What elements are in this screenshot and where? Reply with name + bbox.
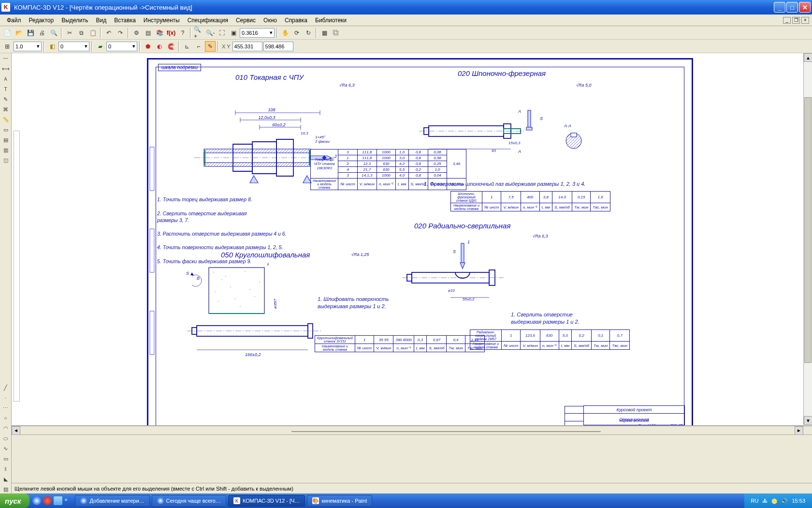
ellipse-icon[interactable]: ⬭: [1, 434, 11, 443]
menu-select[interactable]: Выделить: [58, 15, 92, 25]
undo-icon[interactable]: ↶: [103, 28, 114, 38]
chamfer-icon[interactable]: ◣: [1, 475, 11, 483]
paste-icon[interactable]: 📋: [87, 28, 98, 38]
spline-icon[interactable]: ∿: [1, 444, 11, 453]
refresh-icon[interactable]: ↻: [303, 28, 314, 38]
windows-cascade-icon[interactable]: ⿻: [331, 28, 341, 38]
save-icon[interactable]: 💾: [25, 28, 36, 38]
print-icon[interactable]: 🖨: [37, 28, 47, 38]
zoom-in-icon[interactable]: 🔍+: [193, 28, 204, 38]
tray-shield-icon[interactable]: ⬤: [771, 498, 777, 504]
new-icon[interactable]: 📄: [2, 28, 13, 38]
param-mode-icon[interactable]: ✎: [205, 41, 216, 52]
close-button[interactable]: ✕: [799, 2, 811, 13]
open-icon[interactable]: 📂: [14, 28, 24, 38]
tray-net-icon[interactable]: 🖧: [762, 498, 768, 504]
select-icon[interactable]: ▭: [1, 125, 11, 134]
scroll-down-icon[interactable]: ▼: [804, 416, 812, 425]
redo-icon[interactable]: ↷: [115, 28, 126, 38]
geom-icon[interactable]: 〰: [1, 54, 11, 63]
insert-view-icon[interactable]: ◫: [1, 156, 11, 164]
preview-icon[interactable]: 🔍: [48, 28, 59, 38]
help-icon[interactable]: ?: [177, 28, 188, 38]
scale-field[interactable]: 1.0▾: [14, 42, 42, 51]
menu-help[interactable]: Справка: [281, 15, 311, 25]
ql-explorer-icon[interactable]: »: [64, 496, 73, 505]
tray-vol-icon[interactable]: 🔊: [781, 498, 788, 504]
maximize-button[interactable]: □: [786, 2, 798, 13]
menu-insert[interactable]: Вставка: [110, 15, 140, 25]
step-field[interactable]: 0▾: [58, 42, 89, 51]
menu-service[interactable]: Сервис: [232, 15, 260, 25]
layer-field[interactable]: 0▾: [106, 42, 137, 51]
task-item-1[interactable]: Добавление матери…: [75, 495, 149, 507]
tray-lang[interactable]: RU: [751, 498, 759, 504]
cut-icon[interactable]: ✂: [64, 28, 75, 38]
snap-toggle-icon[interactable]: 🧲: [166, 41, 176, 52]
coord-x[interactable]: 455.331: [232, 42, 262, 51]
hatch-icon[interactable]: ▨: [1, 485, 11, 493]
grid-icon[interactable]: ⊞: [2, 41, 13, 52]
zoom-window-icon[interactable]: ⛶: [217, 28, 227, 38]
mdi-minimize[interactable]: _: [783, 17, 791, 24]
start-button[interactable]: пуск: [0, 493, 29, 508]
vars-icon[interactable]: f(x): [166, 28, 176, 38]
layer-color-icon[interactable]: ▰: [95, 41, 105, 52]
offset-icon[interactable]: ⫴: [1, 464, 11, 473]
zoom-out-icon[interactable]: 🔍-: [205, 28, 216, 38]
doc-tab-panel[interactable]: [14, 131, 20, 402]
aux-line-icon[interactable]: ⋯: [1, 403, 11, 412]
menu-view[interactable]: Вид: [92, 15, 111, 25]
drawing-canvas[interactable]: шкала подрезки 010 Токарная с ЧПУ √Ra 6,…: [12, 53, 812, 426]
text-icon[interactable]: Т: [1, 85, 11, 93]
tray-clock[interactable]: 15:53: [792, 498, 805, 504]
menu-file[interactable]: Файл: [3, 15, 25, 25]
horizontal-scrollbar[interactable]: ◄ ►: [12, 426, 812, 434]
arc-icon[interactable]: ◠: [1, 424, 11, 433]
ortho-icon[interactable]: ⊾: [182, 41, 192, 52]
scroll-up-icon[interactable]: ▲: [804, 53, 812, 62]
layers-icon[interactable]: ▤: [143, 28, 153, 38]
task-item-4[interactable]: 🎨кинематика - Paint: [307, 495, 372, 507]
line-icon[interactable]: ╱: [1, 383, 11, 392]
scroll-left-icon[interactable]: ◄: [12, 426, 20, 435]
menu-tools[interactable]: Инструменты: [140, 15, 184, 25]
pan-icon[interactable]: ✋: [280, 28, 290, 38]
dim-icon[interactable]: ⟷: [1, 64, 11, 73]
windows-tile-icon[interactable]: ▦: [319, 28, 330, 38]
props-icon[interactable]: ⚙: [131, 28, 142, 38]
report-icon[interactable]: ▥: [1, 146, 11, 154]
measure-icon[interactable]: 📏: [1, 115, 11, 124]
minimize-button[interactable]: _: [774, 2, 785, 13]
point-icon[interactable]: ·: [1, 393, 11, 402]
ql-opera-icon[interactable]: [43, 496, 52, 505]
menu-window[interactable]: Окно: [260, 15, 281, 25]
round-icon[interactable]: ⌐: [193, 41, 204, 52]
circle-icon[interactable]: ○: [1, 414, 11, 422]
spec-icon[interactable]: ▤: [1, 135, 11, 144]
menu-editor[interactable]: Редактор: [25, 15, 58, 25]
task-item-2[interactable]: Сегодня чаще всего…: [152, 495, 226, 507]
param-icon[interactable]: ⌘: [1, 105, 11, 114]
menu-libraries[interactable]: Библиотеки: [311, 15, 350, 25]
zoom-fit-icon[interactable]: ▣: [228, 28, 239, 38]
mdi-close[interactable]: ×: [801, 17, 809, 24]
rect-icon[interactable]: ▭: [1, 454, 11, 463]
snap-end-icon[interactable]: ⬟: [143, 41, 153, 52]
rotate-icon[interactable]: ⟳: [291, 28, 302, 38]
ql-chrome-icon[interactable]: [32, 496, 41, 505]
edit-icon[interactable]: ✎: [1, 95, 11, 104]
menu-spec[interactable]: Спецификация: [184, 15, 232, 25]
ql-desktop-icon[interactable]: [54, 496, 62, 505]
states-icon[interactable]: ◧: [47, 41, 58, 52]
mdi-restore[interactable]: ❐: [792, 17, 800, 24]
copy-icon[interactable]: ⧉: [76, 28, 87, 38]
notation-icon[interactable]: Ａ: [1, 75, 11, 83]
zoom-field[interactable]: 0.3616▾: [240, 28, 275, 38]
snap-mid-icon[interactable]: ◐: [154, 41, 165, 52]
task-item-3[interactable]: KКОМПАС-3D V12 - [Ч…: [228, 495, 305, 507]
library-icon[interactable]: 📚: [154, 28, 165, 38]
vertical-scrollbar[interactable]: ▲ ▼: [803, 53, 812, 425]
coord-y[interactable]: 598.486: [263, 42, 293, 51]
scroll-right-icon[interactable]: ►: [795, 426, 803, 435]
